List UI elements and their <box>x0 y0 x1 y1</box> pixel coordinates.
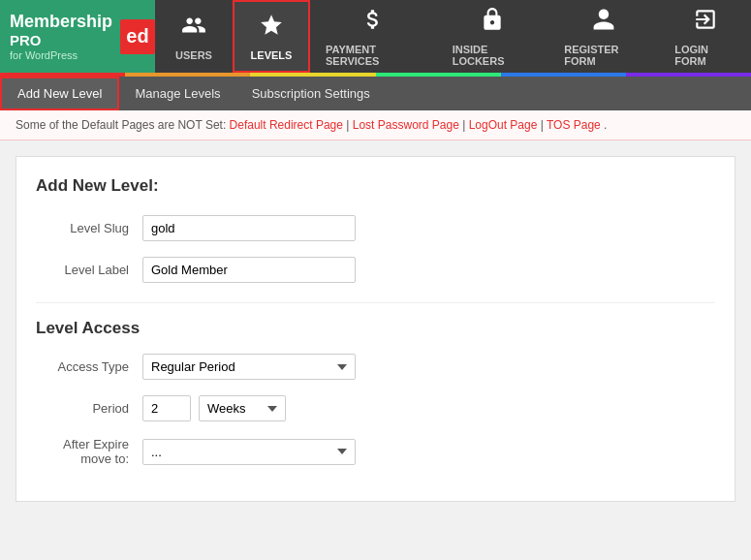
form-row-after-expire: After Expire move to: ... <box>36 437 715 466</box>
brand: Membership PRO for WordPress ed <box>0 0 155 73</box>
period-unit-select[interactable]: Days Weeks Months Years <box>199 395 286 421</box>
nav-label-register-form: REGISTER FORM <box>564 44 643 67</box>
top-nav: Membership PRO for WordPress ed USERS LE… <box>0 0 751 73</box>
nav-label-payment: PAYMENT SERVICES <box>326 44 422 67</box>
brand-logo: ed <box>120 19 155 54</box>
level-access-title: Level Access <box>36 302 715 338</box>
form-row-level-slug: Level Slug <box>36 215 715 241</box>
nav-item-users[interactable]: USERS <box>155 0 233 73</box>
main-content: Add New Level: Level Slug Level Label Le… <box>16 156 735 502</box>
form-row-period: Period Days Weeks Months Years <box>36 395 715 421</box>
notice-link-logout[interactable]: LogOut Page <box>469 118 538 132</box>
period-label: Period <box>36 401 142 416</box>
nav-item-register-form[interactable]: REGISTER FORM <box>548 0 659 73</box>
nav-label-login-form: LOGIN FORM <box>674 44 735 67</box>
users-icon <box>181 13 206 46</box>
form-row-level-label: Level Label <box>36 257 715 283</box>
brand-subtitle: PRO <box>10 32 112 49</box>
level-label-label: Level Label <box>36 263 142 277</box>
level-slug-label: Level Slug <box>36 221 142 235</box>
brand-title: Membership <box>10 12 112 33</box>
notice-bar: Some of the Default Pages are NOT Set: D… <box>0 110 751 140</box>
level-label-input[interactable] <box>142 257 356 283</box>
dollar-icon <box>360 7 386 40</box>
nav-item-payment-services[interactable]: PAYMENT SERVICES <box>310 0 437 73</box>
notice-link-lost-password[interactable]: Lost Password Page <box>353 118 459 132</box>
nav-label-inside-lockers: INSIDE LOCKERS <box>453 44 534 67</box>
brand-for: for WordPress <box>10 49 112 61</box>
nav-item-inside-lockers[interactable]: INSIDE LOCKERS <box>437 0 549 73</box>
level-slug-input[interactable] <box>142 215 356 241</box>
period-number-input[interactable] <box>142 395 191 421</box>
notice-link-tos[interactable]: TOS Page <box>547 118 601 132</box>
arrow-icon <box>693 7 718 40</box>
sub-nav-manage-levels[interactable]: Manage Levels <box>119 77 235 110</box>
access-type-label: Access Type <box>36 359 142 374</box>
person-icon <box>591 7 616 40</box>
nav-item-levels[interactable]: LEVELS <box>233 0 310 73</box>
nav-label-levels: LEVELS <box>251 49 293 61</box>
notice-link-default-redirect[interactable]: Default Redirect Page <box>230 118 343 132</box>
sub-nav-add-new-level[interactable]: Add New Level <box>0 77 119 110</box>
sub-nav: Add New Level Manage Levels Subscription… <box>0 77 751 110</box>
lock-icon <box>480 7 505 40</box>
nav-item-login-form[interactable]: LOGIN FORM <box>659 0 751 73</box>
after-expire-label: After Expire move to: <box>36 437 142 466</box>
star-icon <box>259 13 284 46</box>
nav-items: USERS LEVELS PAYMENT SERVICES INSIDE LOC… <box>155 0 751 73</box>
sub-nav-subscription-settings[interactable]: Subscription Settings <box>236 77 386 110</box>
section-title-add-new-level: Add New Level: <box>36 176 715 196</box>
period-row: Days Weeks Months Years <box>142 395 286 421</box>
after-expire-select[interactable]: ... <box>142 439 356 465</box>
nav-label-users: USERS <box>175 49 212 61</box>
form-row-access-type: Access Type Regular Period Fixed Period … <box>36 354 715 380</box>
notice-text: Some of the Default Pages are NOT Set: <box>16 118 230 132</box>
access-type-select[interactable]: Regular Period Fixed Period Unlimited <box>142 354 356 380</box>
